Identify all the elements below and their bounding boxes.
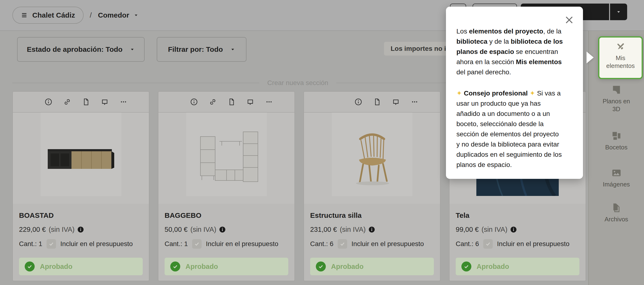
include-checkbox[interactable] <box>483 239 493 249</box>
approval-filter-label: Estado de aprobación: Todo <box>27 45 122 54</box>
sidebar-item-planos-3d[interactable]: Planos en 3D <box>589 84 644 113</box>
include-label: Incluir en el presupuesto <box>352 240 424 248</box>
document-icon[interactable] <box>373 98 381 106</box>
files-icon <box>611 202 622 213</box>
tooltip-paragraph-2: ✦ Consejo profesional ✦ Si vas a usar un… <box>456 88 572 170</box>
card-toolbar <box>158 92 294 112</box>
product-image <box>304 112 440 204</box>
include-checkbox[interactable] <box>192 239 202 249</box>
amounts-note-text: Los importes no inc <box>391 45 454 52</box>
sidebar-item-label: Archivos <box>601 216 632 223</box>
approval-status-button[interactable]: Aprobado <box>456 258 580 275</box>
product-photo-baggebo <box>186 112 267 196</box>
product-card-baggebo: BAGGEBO 50,00 € (sin IVA) Cant.: 1 Inclu… <box>158 91 295 281</box>
tooltip-paragraph-1: Los elementos del proyecto, de la biblio… <box>456 26 572 77</box>
breadcrumb-separator: / <box>90 11 92 19</box>
approved-check-icon <box>170 262 180 272</box>
project-name: Chalet Cádiz <box>32 11 75 19</box>
approval-status-button[interactable]: Aprobado <box>19 258 143 275</box>
project-menu-button[interactable]: Chalet Cádiz <box>12 7 84 24</box>
approved-check-icon <box>25 262 35 272</box>
price-info-icon[interactable] <box>219 226 226 233</box>
sidebar-item-label: Bocetos <box>601 144 632 151</box>
card-toolbar <box>13 92 149 112</box>
include-label: Incluir en el presupuesto <box>497 240 570 248</box>
approval-status-button[interactable]: Aprobado <box>164 258 288 275</box>
comment-icon[interactable] <box>101 98 109 106</box>
tax-note: (sin IVA) <box>190 226 216 234</box>
quantity-row: Cant.: 6 Incluir en el presupuesto <box>310 239 434 249</box>
tooltip-arrow <box>586 52 594 64</box>
link-icon[interactable] <box>209 98 217 106</box>
card-body: Tela 99,00 € (sin IVA) Cant.: 6 Incluir … <box>450 212 586 275</box>
sidebar-item-mis-elementos[interactable]: Mis elementos <box>598 36 643 79</box>
sidebar-item-label: Imágenes <box>601 180 632 188</box>
more-options-icon[interactable] <box>265 98 273 106</box>
sidebar-item-imagenes[interactable]: Imágenes <box>589 168 644 188</box>
status-label: Aprobado <box>476 263 509 270</box>
approved-check-icon <box>316 262 326 272</box>
card-body: BAGGEBO 50,00 € (sin IVA) Cant.: 1 Inclu… <box>158 212 294 275</box>
sidebar-item-archivos[interactable]: Archivos <box>589 202 644 223</box>
status-label: Aprobado <box>186 263 218 270</box>
status-label: Aprobado <box>331 263 364 270</box>
info-icon[interactable] <box>190 98 198 106</box>
price-row: 99,00 € (sin IVA) <box>456 226 580 234</box>
share-dropdown-button[interactable] <box>610 4 627 20</box>
product-card-estructura-silla: Estructura silla 231,00 € (sin IVA) Cant… <box>304 91 440 281</box>
product-photo-silla <box>332 112 412 196</box>
price-row: 50,00 € (sin IVA) <box>164 226 288 234</box>
close-icon[interactable] <box>564 15 574 25</box>
filter-by-dropdown[interactable]: Filtrar por: Todo <box>157 37 246 62</box>
quantity-row: Cant.: 1 Incluir en el presupuesto <box>164 239 288 249</box>
product-title: Tela <box>456 212 580 220</box>
tax-note: (sin IVA) <box>482 226 508 234</box>
price-info-icon[interactable] <box>510 226 517 233</box>
quantity-row: Cant.: 1 Incluir en el presupuesto <box>19 239 143 249</box>
image-icon <box>611 168 622 178</box>
price-info-icon[interactable] <box>78 226 84 233</box>
product-card-boastad: BOASTAD 229,00 € (sin IVA) Cant.: 1 Incl… <box>12 91 149 281</box>
quantity-label: Cant.: 6 <box>456 240 479 248</box>
hamburger-icon <box>21 12 28 18</box>
more-options-icon[interactable] <box>120 98 128 106</box>
price-info-icon[interactable] <box>368 226 375 233</box>
product-title: Estructura silla <box>310 212 434 220</box>
product-price: 231,00 € <box>310 226 337 234</box>
layout-blocks-icon <box>611 130 622 141</box>
room-name: Comedor <box>98 11 129 19</box>
link-icon[interactable] <box>63 98 71 106</box>
room-dropdown[interactable]: Comedor <box>98 7 139 23</box>
pencil-ruler-icon <box>615 41 626 52</box>
comment-icon[interactable] <box>246 98 254 106</box>
product-price: 229,00 € <box>19 226 46 234</box>
document-icon[interactable] <box>228 98 236 106</box>
sidebar-item-label: Planos en 3D <box>601 98 632 113</box>
tax-note: (sin IVA) <box>49 226 74 234</box>
sidebar-item-bocetos[interactable]: Bocetos <box>589 130 644 151</box>
quantity-label: Cant.: 6 <box>310 240 334 248</box>
approval-status-filter[interactable]: Estado de aprobación: Todo <box>17 37 144 62</box>
onboarding-tooltip: Los elementos del proyecto, de la biblio… <box>446 7 583 179</box>
comment-icon[interactable] <box>392 98 400 106</box>
more-options-icon[interactable] <box>410 98 419 106</box>
info-icon[interactable] <box>354 98 362 106</box>
product-photo-boastad <box>40 112 121 196</box>
filter-by-label: Filtrar por: Todo <box>168 45 223 54</box>
divider-line <box>12 83 259 83</box>
product-image <box>13 112 149 204</box>
document-icon[interactable] <box>82 98 90 106</box>
product-price: 50,00 € <box>164 226 188 234</box>
sidebar-item-label: Mis elementos <box>605 54 636 70</box>
include-checkbox[interactable] <box>338 239 347 249</box>
include-checkbox[interactable] <box>46 239 56 249</box>
chevron-down-icon <box>134 12 139 18</box>
product-price: 99,00 € <box>456 226 479 234</box>
card-body: Estructura silla 231,00 € (sin IVA) Cant… <box>304 212 440 275</box>
room-3d-icon <box>611 84 622 95</box>
tax-note: (sin IVA) <box>340 226 366 234</box>
approval-status-button[interactable]: Aprobado <box>310 258 434 275</box>
info-icon[interactable] <box>44 98 52 106</box>
chevron-down-icon <box>230 47 235 52</box>
chevron-down-icon <box>616 9 621 14</box>
